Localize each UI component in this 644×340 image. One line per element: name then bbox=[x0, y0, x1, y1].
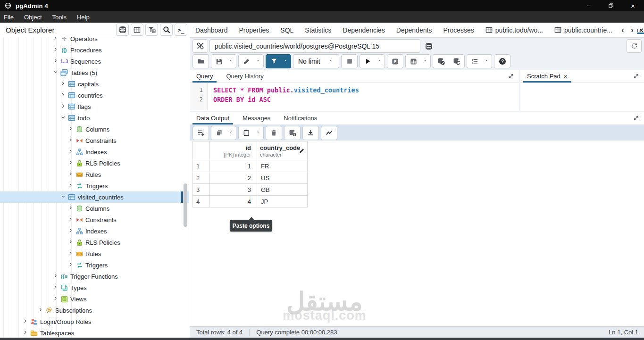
chevron-right-icon[interactable] bbox=[67, 183, 75, 189]
chevron-right-icon[interactable] bbox=[59, 93, 67, 98]
row-number-cell[interactable]: 4 bbox=[193, 196, 210, 207]
minimize-button[interactable]: − bbox=[577, 0, 600, 11]
tab-notifications[interactable]: Notifications bbox=[277, 112, 324, 124]
rollback-button[interactable] bbox=[449, 55, 464, 68]
open-file-button[interactable] bbox=[193, 55, 209, 68]
menu-help[interactable]: Help bbox=[72, 11, 95, 23]
tree-item-views[interactable]: Views bbox=[0, 293, 189, 305]
macros-button[interactable]: 12 bbox=[467, 55, 483, 68]
chevron-right-icon[interactable] bbox=[67, 149, 75, 155]
column-header-id[interactable]: id [PK] integer bbox=[210, 141, 257, 160]
tab-dependents[interactable]: Dependents bbox=[391, 23, 438, 37]
tree-item-countries[interactable]: countries bbox=[0, 90, 189, 101]
tree-item-indexes[interactable]: Indexes bbox=[0, 225, 189, 237]
tree-item-capitals[interactable]: capitals bbox=[0, 78, 189, 90]
execute-dropdown[interactable] bbox=[376, 55, 385, 68]
chevron-right-icon[interactable] bbox=[67, 138, 75, 143]
save-button[interactable] bbox=[211, 55, 227, 68]
tab-messages[interactable]: Messages bbox=[236, 112, 277, 124]
tree-item-flags[interactable]: flags bbox=[0, 101, 189, 112]
paste-button[interactable] bbox=[239, 126, 254, 140]
chevron-right-icon[interactable] bbox=[22, 331, 29, 336]
search-objects-button[interactable] bbox=[160, 24, 173, 36]
expand-editor-button[interactable] bbox=[508, 73, 514, 79]
chevron-right-icon[interactable] bbox=[52, 37, 59, 41]
tab-query[interactable]: Query bbox=[190, 70, 219, 83]
chevron-right-icon[interactable] bbox=[67, 161, 75, 166]
connection-toggle-button[interactable] bbox=[192, 39, 208, 53]
expand-scratch-pad-button[interactable] bbox=[633, 73, 639, 79]
tab-scroll-right-button[interactable]: › bbox=[627, 25, 637, 35]
menu-object[interactable]: Object bbox=[19, 11, 47, 23]
tree-item-rls-policies[interactable]: RLS Policies bbox=[0, 237, 189, 248]
tab-properties[interactable]: Properties bbox=[234, 23, 275, 37]
commit-button[interactable] bbox=[433, 55, 449, 68]
chevron-right-icon[interactable] bbox=[67, 127, 75, 132]
tab-dashboard[interactable]: Dashboard bbox=[190, 23, 234, 37]
cell-country-code[interactable]: GB bbox=[257, 184, 308, 196]
row-number-cell[interactable]: 2 bbox=[193, 172, 210, 184]
tree-item-triggers[interactable]: Triggers bbox=[0, 180, 189, 191]
macros-dropdown[interactable] bbox=[483, 55, 492, 68]
explain-analyze-button[interactable] bbox=[406, 55, 421, 68]
tree-item-tables-5-[interactable]: Tables (5) bbox=[0, 67, 189, 78]
tab-processes[interactable]: Processes bbox=[437, 23, 479, 37]
chevron-right-icon[interactable] bbox=[22, 319, 29, 324]
row-number-cell[interactable]: 1 bbox=[193, 160, 210, 172]
close-tab-icon[interactable]: × bbox=[639, 26, 644, 34]
sidebar-scrollbar[interactable] bbox=[184, 183, 187, 227]
chevron-right-icon[interactable] bbox=[67, 229, 75, 234]
connection-string[interactable]: public.visited_countries/world/postgres@… bbox=[209, 39, 420, 53]
tree-item-visited-countries[interactable]: visited_countries bbox=[0, 191, 189, 203]
query-tool-button[interactable] bbox=[116, 24, 129, 36]
tab-public-todo-wo-[interactable]: public.todo/wo... bbox=[480, 23, 549, 37]
explain-dropdown[interactable] bbox=[421, 55, 430, 68]
edit-button[interactable] bbox=[239, 55, 254, 68]
chevron-down-icon[interactable] bbox=[59, 116, 67, 121]
explain-button[interactable]: E bbox=[387, 55, 403, 68]
chevron-right-icon[interactable] bbox=[67, 206, 75, 211]
close-scratch-pad-icon[interactable]: × bbox=[564, 73, 568, 80]
execute-button[interactable] bbox=[360, 55, 376, 68]
chevron-right-icon[interactable] bbox=[67, 240, 75, 245]
tab-data-output[interactable]: Data Output bbox=[190, 112, 236, 124]
grid-corner-header[interactable] bbox=[193, 141, 210, 160]
cell-country-code[interactable]: US bbox=[257, 172, 308, 184]
tree-item-login-group-roles[interactable]: Login/Group Roles bbox=[0, 316, 189, 327]
chevron-right-icon[interactable] bbox=[37, 308, 44, 313]
edit-dropdown[interactable] bbox=[254, 55, 263, 68]
chevron-right-icon[interactable] bbox=[59, 82, 67, 87]
expand-output-button[interactable] bbox=[633, 115, 639, 121]
tree-item-subscriptions[interactable]: Subscriptions bbox=[0, 305, 189, 316]
chevron-right-icon[interactable] bbox=[59, 104, 67, 109]
tree-item-constraints[interactable]: Constraints bbox=[0, 135, 189, 146]
tree-item-operators[interactable]: Operators bbox=[0, 37, 189, 44]
chevron-right-icon[interactable] bbox=[52, 59, 59, 64]
sql-code[interactable]: SELECT * FROM public.visited_countriesOR… bbox=[208, 83, 359, 110]
refresh-layout-button[interactable] bbox=[627, 39, 642, 53]
restore-button[interactable] bbox=[600, 0, 622, 11]
save-dropdown[interactable] bbox=[227, 55, 236, 68]
filter-button[interactable] bbox=[266, 55, 282, 68]
chevron-right-icon[interactable] bbox=[52, 297, 59, 302]
scratch-pad-area[interactable] bbox=[520, 83, 644, 110]
filter-dropdown[interactable] bbox=[282, 55, 291, 68]
cell-id[interactable]: 4 bbox=[210, 196, 257, 207]
tree-item-constraints[interactable]: Constraints bbox=[0, 214, 189, 225]
stop-button[interactable] bbox=[342, 55, 357, 68]
tree-item-todo[interactable]: todo bbox=[0, 112, 189, 124]
tree-item-columns[interactable]: Columns bbox=[0, 203, 189, 214]
row-number-cell[interactable]: 3 bbox=[193, 184, 210, 196]
graph-visualiser-button[interactable] bbox=[321, 126, 337, 140]
tab-query-history[interactable]: Query History bbox=[219, 70, 270, 83]
tree-item-rules[interactable]: Rules bbox=[0, 169, 189, 180]
copy-dropdown[interactable] bbox=[227, 126, 236, 140]
psql-tool-button[interactable]: >_ bbox=[175, 24, 187, 36]
database-list-button[interactable] bbox=[423, 41, 435, 52]
chevron-down-icon[interactable] bbox=[59, 195, 67, 200]
tree-item-triggers[interactable]: Triggers bbox=[0, 259, 189, 271]
tab-public-countrie-[interactable]: public.countrie... bbox=[549, 23, 618, 37]
tree-item-tablespaces[interactable]: Tablespaces bbox=[0, 327, 189, 338]
add-row-button[interactable] bbox=[193, 126, 209, 140]
menu-file[interactable]: File bbox=[0, 11, 19, 23]
